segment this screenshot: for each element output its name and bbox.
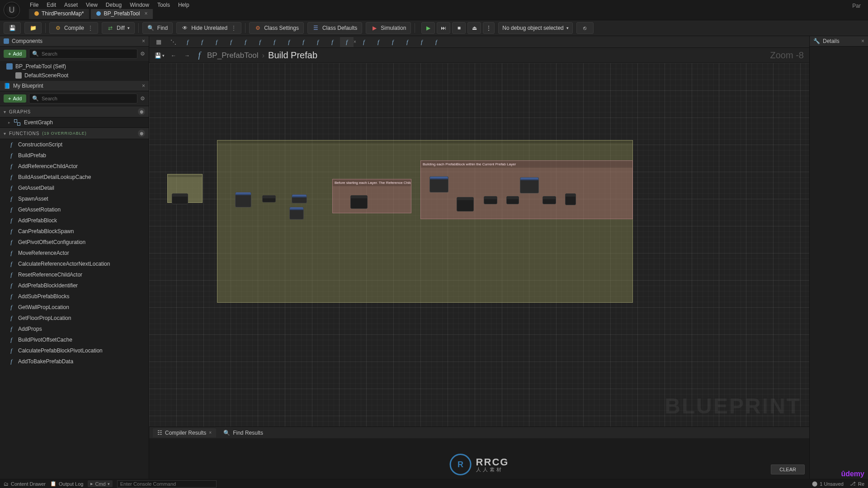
function-item[interactable]: fAddToBakePrefabData xyxy=(0,356,149,367)
debug-find-button[interactable]: ⎋ xyxy=(576,22,594,34)
function-item[interactable]: fCanPrefabBlockSpawn xyxy=(0,226,149,237)
menu-view[interactable]: View xyxy=(86,2,98,8)
menu-tools[interactable]: Tools xyxy=(157,2,170,8)
component-item-sceneroot[interactable]: DefaultSceneRoot xyxy=(0,71,149,80)
dropdown-icon[interactable]: ⋮ xyxy=(231,25,236,31)
function-item[interactable]: fBuildPrefab xyxy=(0,150,149,161)
comment-node-reset[interactable]: Before starting each Layer. The Referenc… xyxy=(332,179,411,213)
fn-tab[interactable]: f xyxy=(282,37,296,47)
function-item[interactable]: fGetAssetDetail xyxy=(0,183,149,193)
function-item[interactable]: fGetPivotOffsetConfiguration xyxy=(0,237,149,248)
function-item[interactable]: fCalculateReferenceActorNextLocation xyxy=(0,258,149,269)
function-item[interactable]: fResetReferenceChildActor xyxy=(0,269,149,280)
fn-tab[interactable]: f xyxy=(253,37,267,47)
save-button[interactable]: 💾 xyxy=(4,22,21,34)
add-blueprint-button[interactable]: + Add xyxy=(4,94,26,103)
diff-button[interactable]: ⇄ Diff ▾ xyxy=(102,22,135,34)
compile-button[interactable]: ⚙ Compile ⋮ xyxy=(49,22,98,34)
revision-control[interactable]: ⎇ Re xyxy=(850,481,864,487)
function-item[interactable]: fGetWallPropLocation xyxy=(0,302,149,313)
step-button[interactable]: ⏭ xyxy=(437,22,450,34)
console-input[interactable] xyxy=(117,480,217,488)
graph-save-button[interactable]: 💾▾ xyxy=(155,52,165,59)
dropdown-icon[interactable]: ⋮ xyxy=(88,25,93,31)
fn-tab[interactable]: f xyxy=(357,37,371,47)
function-item[interactable]: fGetFloorPropLocation xyxy=(0,313,149,324)
graph-grid-button[interactable]: ▦ xyxy=(152,37,165,47)
fn-tab[interactable]: f xyxy=(210,37,223,47)
bp-node[interactable] xyxy=(172,193,188,204)
menu-debug[interactable]: Debug xyxy=(106,2,122,8)
close-icon[interactable]: × xyxy=(142,38,145,44)
bp-node[interactable] xyxy=(520,177,539,193)
compiler-results-tab[interactable]: ☷ Compiler Results × xyxy=(153,428,216,437)
fn-tab[interactable]: f xyxy=(386,37,400,47)
nav-forward-button[interactable]: → xyxy=(183,52,192,60)
bp-node[interactable] xyxy=(262,195,276,202)
fn-tab[interactable]: f xyxy=(326,37,339,47)
bp-node[interactable] xyxy=(292,194,307,203)
close-icon[interactable]: × xyxy=(209,430,212,435)
bp-node[interactable] xyxy=(565,193,576,205)
myblueprint-search[interactable]: 🔍 xyxy=(29,94,137,103)
fn-tab[interactable]: f xyxy=(268,37,281,47)
nav-back-button[interactable]: ← xyxy=(169,52,178,60)
function-item[interactable]: fBuildAssetDetailLookupCache xyxy=(0,172,149,183)
fn-tab[interactable]: f xyxy=(239,37,252,47)
components-search-input[interactable] xyxy=(42,51,134,56)
menu-edit[interactable]: Edit xyxy=(47,2,56,8)
eject-button[interactable]: ⏏ xyxy=(467,22,481,34)
find-results-tab[interactable]: 🔍 Find Results xyxy=(219,428,268,437)
add-function-button[interactable]: ⊕ xyxy=(138,130,145,137)
debug-object-select[interactable]: No debug object selected ▾ xyxy=(498,22,572,34)
function-item[interactable]: fBuildPivotOffsetCache xyxy=(0,334,149,345)
doc-tab-bpprefabtool[interactable]: BP_PrefabTool × xyxy=(91,9,153,19)
bp-node[interactable] xyxy=(289,207,304,220)
menu-help[interactable]: Help xyxy=(178,2,189,8)
fn-tab[interactable]: f xyxy=(224,37,238,47)
function-item[interactable]: fGetAssetRotation xyxy=(0,204,149,215)
graphs-section-header[interactable]: ▾ GRAPHS ⊕ xyxy=(0,106,149,117)
fn-tab[interactable]: f xyxy=(429,37,443,47)
doc-tab-thirdpersonmap[interactable]: ThirdPersonMap* xyxy=(29,9,89,19)
class-settings-button[interactable]: ⚙ Class Settings xyxy=(249,22,304,34)
play-button[interactable]: ▶ xyxy=(421,22,435,34)
functions-section-header[interactable]: ▾ FUNCTIONS (19 OVERRIDABLE) ⊕ xyxy=(0,127,149,139)
graph-nodes-button[interactable]: ⋱ xyxy=(166,37,180,47)
myblueprint-search-input[interactable] xyxy=(42,96,134,101)
menu-file[interactable]: File xyxy=(30,2,38,8)
chevron-down-icon[interactable]: ▾ xyxy=(127,26,130,30)
fn-tab[interactable]: f xyxy=(401,37,414,47)
bp-node[interactable] xyxy=(457,197,474,211)
close-icon[interactable]: × xyxy=(144,10,147,17)
bp-node[interactable] xyxy=(506,196,519,204)
eventgraph-item[interactable]: ▸ EventGraph xyxy=(0,117,149,127)
browse-button[interactable]: 📁 xyxy=(24,22,42,34)
fn-tab-active[interactable]: f xyxy=(340,37,354,47)
menu-asset[interactable]: Asset xyxy=(64,2,78,8)
play-options-button[interactable]: ⋮ xyxy=(483,22,495,34)
components-search[interactable]: 🔍 xyxy=(29,49,137,59)
bp-node[interactable] xyxy=(350,195,368,209)
close-icon[interactable]: × xyxy=(861,38,864,44)
find-button[interactable]: 🔍 Find xyxy=(142,22,173,34)
class-defaults-button[interactable]: ☰ Class Defaults xyxy=(307,22,362,34)
bp-node[interactable] xyxy=(542,196,556,204)
hide-unrelated-button[interactable]: 👁 Hide Unrelated ⋮ xyxy=(176,22,241,34)
add-component-button[interactable]: + Add xyxy=(4,50,26,58)
fn-tab[interactable]: f xyxy=(311,37,325,47)
close-icon[interactable]: × xyxy=(142,83,145,89)
bp-node[interactable] xyxy=(484,196,497,204)
function-item[interactable]: fAddPrefabBlock xyxy=(0,215,149,226)
fn-tab[interactable]: f xyxy=(181,37,194,47)
output-log-button[interactable]: 📋 Output Log xyxy=(50,481,83,487)
fn-tab[interactable]: f xyxy=(195,37,209,47)
function-item[interactable]: fSpawnAsset xyxy=(0,193,149,204)
graph-canvas[interactable]: Before starting each Layer. The Referenc… xyxy=(149,63,809,427)
stop-button[interactable]: ■ xyxy=(452,22,466,34)
cmd-selector[interactable]: ▸ Cmd ▾ xyxy=(88,480,112,487)
simulation-button[interactable]: ▶ Simulation xyxy=(366,22,411,34)
close-icon[interactable]: × xyxy=(354,39,356,44)
bp-node[interactable] xyxy=(429,176,448,192)
component-item-self[interactable]: BP_PrefabTool (Self) xyxy=(0,62,149,71)
